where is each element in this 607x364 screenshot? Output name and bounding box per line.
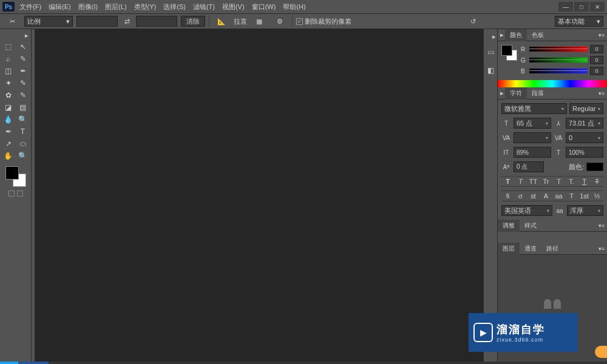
allcaps-button[interactable]: TT xyxy=(528,178,539,185)
g-slider[interactable] xyxy=(529,58,588,62)
pen-tool[interactable]: ✒ xyxy=(2,126,15,137)
ratio-select[interactable]: 比例▾ xyxy=(24,16,73,27)
panel-menu-icon[interactable]: ▾≡ xyxy=(599,246,607,252)
ordinals-button[interactable]: 1st xyxy=(579,192,590,200)
tab-color[interactable]: 颜色 xyxy=(505,29,527,41)
width-input[interactable] xyxy=(76,16,118,27)
tab-channels[interactable]: 通道 xyxy=(520,243,541,255)
panel-collapse-icon[interactable]: ▸ xyxy=(498,89,505,97)
tab-layers[interactable]: 图层 xyxy=(498,243,520,255)
menu-view[interactable]: 视图(V) xyxy=(222,2,245,12)
fg-swatch[interactable] xyxy=(501,45,512,56)
tab-styles[interactable]: 样式 xyxy=(520,220,541,232)
menu-layer[interactable]: 图层(L) xyxy=(105,2,126,12)
properties-panel-icon[interactable]: ◧ xyxy=(486,66,495,75)
panel-menu-icon[interactable]: ▾≡ xyxy=(599,32,607,38)
g-value[interactable]: 0 xyxy=(590,56,603,64)
contextual-button[interactable]: σ xyxy=(515,192,526,200)
discretionary-button[interactable]: st xyxy=(528,192,539,200)
font-family-select[interactable]: 微软雅黑▾ xyxy=(501,103,567,114)
stylistic-button[interactable]: aa xyxy=(554,192,565,200)
foreground-swatch[interactable] xyxy=(5,166,19,180)
ligatures-button[interactable]: fi xyxy=(503,192,514,200)
hscale-input[interactable]: 100% xyxy=(566,147,603,158)
menu-select[interactable]: 选择(S) xyxy=(163,2,186,12)
panel-menu-icon[interactable]: ▾≡ xyxy=(599,90,607,96)
marquee-tool[interactable]: ↖ xyxy=(16,41,30,52)
quickmask-mode-icon[interactable] xyxy=(17,190,23,197)
b-slider[interactable] xyxy=(529,69,588,73)
grid-overlay-icon[interactable]: ▦ xyxy=(251,15,268,27)
tab-paragraph[interactable]: 段落 xyxy=(527,87,549,99)
b-value[interactable]: 0 xyxy=(590,67,603,75)
swap-dimensions-icon[interactable]: ⇄ xyxy=(121,16,132,27)
bold-button[interactable]: T xyxy=(503,178,514,185)
lasso-tool[interactable]: ⌕ xyxy=(2,53,15,64)
history-panel-icon[interactable]: ▭ xyxy=(486,47,495,57)
italic-button[interactable]: T xyxy=(515,178,526,185)
tab-adjustments[interactable]: 调整 xyxy=(498,220,520,232)
blur-tool[interactable]: 💧 xyxy=(2,114,15,125)
canvas-area[interactable] xyxy=(32,29,483,362)
color-swatch-pair[interactable] xyxy=(501,45,517,61)
workspace-select[interactable]: 基本功能▾ xyxy=(555,16,603,27)
healing-tool[interactable]: ✦ xyxy=(2,78,15,89)
antialias-select[interactable]: 浑厚▾ xyxy=(567,205,603,216)
menu-edit[interactable]: 编辑(E) xyxy=(49,2,71,12)
tracking-input[interactable]: 0▾ xyxy=(566,132,603,143)
minimize-button[interactable]: — xyxy=(558,2,573,12)
menu-image[interactable]: 图像(I) xyxy=(78,2,98,12)
panel-menu-icon[interactable]: ▾≡ xyxy=(599,223,607,229)
quick-select-tool[interactable]: ✎ xyxy=(16,53,30,64)
baseline-input[interactable]: 0 点 xyxy=(514,161,544,172)
language-select[interactable]: 美国英语▾ xyxy=(501,205,552,216)
vscale-input[interactable]: 89% xyxy=(514,147,551,158)
smallcaps-button[interactable]: Tr xyxy=(541,178,552,185)
move-tool[interactable]: ⬚ xyxy=(2,41,15,52)
close-button[interactable]: ✕ xyxy=(590,2,605,12)
crop-tool[interactable]: ◫ xyxy=(2,66,15,76)
eyedropper-tool[interactable]: ✒ xyxy=(16,66,30,76)
delete-cropped-checkbox[interactable]: ✓ 删除裁剪的像素 xyxy=(296,17,351,26)
swash-button[interactable]: A xyxy=(541,192,552,200)
strike-button[interactable]: Ŧ xyxy=(592,178,603,185)
font-size-input[interactable]: 65 点▾ xyxy=(514,118,551,129)
stamp-tool[interactable]: ✿ xyxy=(2,90,15,101)
tab-paths[interactable]: 路径 xyxy=(541,243,563,255)
gradient-tool[interactable]: ▤ xyxy=(16,102,30,113)
tab-swatches[interactable]: 色板 xyxy=(527,29,549,41)
titling-button[interactable]: T xyxy=(566,192,577,200)
menu-file[interactable]: 文件(F) xyxy=(19,2,41,12)
panel-collapse-icon[interactable]: ▸ xyxy=(498,31,505,39)
crop-tool-icon[interactable]: ✂ xyxy=(4,15,21,27)
standard-mode-icon[interactable] xyxy=(8,190,15,197)
menu-filter[interactable]: 滤镜(T) xyxy=(193,2,215,12)
superscript-button[interactable]: T xyxy=(554,178,565,185)
straighten-icon[interactable]: 📐 xyxy=(213,15,230,27)
history-brush-tool[interactable]: ✎ xyxy=(16,90,30,101)
panel-collapse-icon[interactable]: ▸ xyxy=(0,32,31,39)
reset-icon[interactable]: ↺ xyxy=(464,15,481,27)
menu-help[interactable]: 帮助(H) xyxy=(283,2,305,12)
leading-input[interactable]: 73.01 点▾ xyxy=(566,118,603,129)
height-input[interactable] xyxy=(136,16,177,27)
underline-button[interactable]: T xyxy=(579,178,590,185)
color-swatches[interactable] xyxy=(5,166,26,187)
fractions-button[interactable]: ½ xyxy=(592,192,603,200)
hand-tool[interactable]: ✋ xyxy=(2,150,15,161)
path-tool[interactable]: ↗ xyxy=(2,138,15,149)
type-tool[interactable]: T xyxy=(16,126,30,137)
maximize-button[interactable]: □ xyxy=(574,2,589,12)
dodge-tool[interactable]: 🔍 xyxy=(16,114,30,125)
zoom-tool[interactable]: 🔍 xyxy=(16,150,30,161)
dock-expand-icon[interactable]: ▸ xyxy=(484,33,497,39)
r-value[interactable]: 0 xyxy=(590,45,603,53)
shape-tool[interactable]: ⬭ xyxy=(16,138,30,149)
settings-gear-icon[interactable]: ⚙ xyxy=(271,15,288,27)
menu-window[interactable]: 窗口(W) xyxy=(252,2,276,12)
menu-type[interactable]: 类型(Y) xyxy=(134,2,157,12)
tab-character[interactable]: 字符 xyxy=(505,87,527,99)
brush-tool[interactable]: ✎ xyxy=(16,78,30,89)
text-color-swatch[interactable] xyxy=(586,163,603,171)
kerning-input[interactable]: ▾ xyxy=(514,132,551,143)
